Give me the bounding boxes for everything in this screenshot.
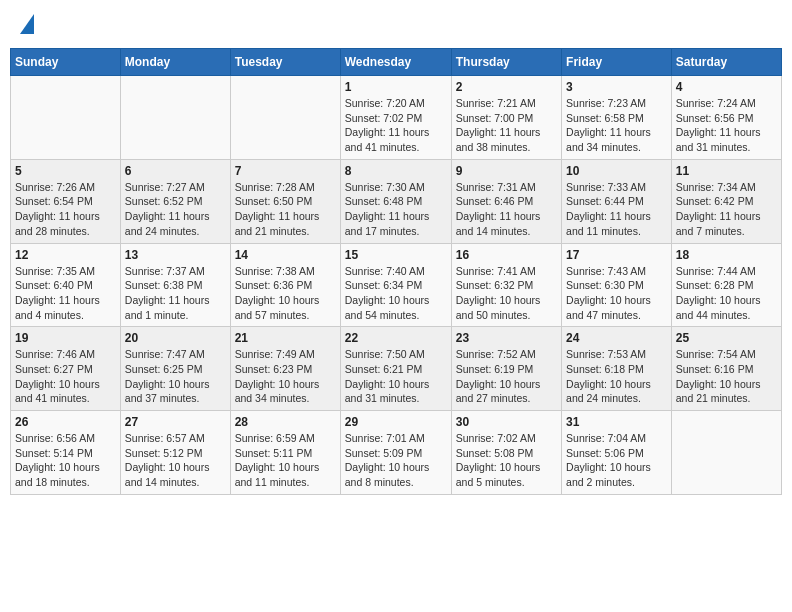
calendar-cell: 28Sunrise: 6:59 AM Sunset: 5:11 PM Dayli… — [230, 411, 340, 495]
day-info: Sunrise: 7:31 AM Sunset: 6:46 PM Dayligh… — [456, 180, 557, 239]
calendar-cell — [120, 76, 230, 160]
logo-triangle-icon — [20, 14, 34, 34]
day-info: Sunrise: 7:20 AM Sunset: 7:02 PM Dayligh… — [345, 96, 447, 155]
day-info: Sunrise: 7:54 AM Sunset: 6:16 PM Dayligh… — [676, 347, 777, 406]
calendar-week-row: 19Sunrise: 7:46 AM Sunset: 6:27 PM Dayli… — [11, 327, 782, 411]
day-info: Sunrise: 7:38 AM Sunset: 6:36 PM Dayligh… — [235, 264, 336, 323]
day-number: 29 — [345, 415, 447, 429]
header-saturday: Saturday — [671, 49, 781, 76]
day-number: 18 — [676, 248, 777, 262]
day-info: Sunrise: 7:30 AM Sunset: 6:48 PM Dayligh… — [345, 180, 447, 239]
day-number: 10 — [566, 164, 667, 178]
header-monday: Monday — [120, 49, 230, 76]
calendar-cell: 11Sunrise: 7:34 AM Sunset: 6:42 PM Dayli… — [671, 159, 781, 243]
day-info: Sunrise: 7:33 AM Sunset: 6:44 PM Dayligh… — [566, 180, 667, 239]
day-number: 19 — [15, 331, 116, 345]
header-sunday: Sunday — [11, 49, 121, 76]
day-info: Sunrise: 7:46 AM Sunset: 6:27 PM Dayligh… — [15, 347, 116, 406]
day-info: Sunrise: 7:28 AM Sunset: 6:50 PM Dayligh… — [235, 180, 336, 239]
day-number: 22 — [345, 331, 447, 345]
day-number: 26 — [15, 415, 116, 429]
day-number: 25 — [676, 331, 777, 345]
day-number: 3 — [566, 80, 667, 94]
header-thursday: Thursday — [451, 49, 561, 76]
day-number: 17 — [566, 248, 667, 262]
day-info: Sunrise: 7:50 AM Sunset: 6:21 PM Dayligh… — [345, 347, 447, 406]
day-number: 13 — [125, 248, 226, 262]
day-number: 8 — [345, 164, 447, 178]
calendar-cell: 5Sunrise: 7:26 AM Sunset: 6:54 PM Daylig… — [11, 159, 121, 243]
day-info: Sunrise: 7:52 AM Sunset: 6:19 PM Dayligh… — [456, 347, 557, 406]
day-info: Sunrise: 7:49 AM Sunset: 6:23 PM Dayligh… — [235, 347, 336, 406]
calendar-week-row: 5Sunrise: 7:26 AM Sunset: 6:54 PM Daylig… — [11, 159, 782, 243]
day-info: Sunrise: 7:41 AM Sunset: 6:32 PM Dayligh… — [456, 264, 557, 323]
calendar-cell: 24Sunrise: 7:53 AM Sunset: 6:18 PM Dayli… — [562, 327, 672, 411]
calendar-cell: 8Sunrise: 7:30 AM Sunset: 6:48 PM Daylig… — [340, 159, 451, 243]
calendar-cell: 7Sunrise: 7:28 AM Sunset: 6:50 PM Daylig… — [230, 159, 340, 243]
page-header — [10, 10, 782, 40]
calendar-cell: 23Sunrise: 7:52 AM Sunset: 6:19 PM Dayli… — [451, 327, 561, 411]
calendar-cell: 18Sunrise: 7:44 AM Sunset: 6:28 PM Dayli… — [671, 243, 781, 327]
calendar-cell: 31Sunrise: 7:04 AM Sunset: 5:06 PM Dayli… — [562, 411, 672, 495]
day-info: Sunrise: 7:44 AM Sunset: 6:28 PM Dayligh… — [676, 264, 777, 323]
calendar-week-row: 26Sunrise: 6:56 AM Sunset: 5:14 PM Dayli… — [11, 411, 782, 495]
day-number: 11 — [676, 164, 777, 178]
day-number: 6 — [125, 164, 226, 178]
calendar-header-row: SundayMondayTuesdayWednesdayThursdayFrid… — [11, 49, 782, 76]
calendar-cell: 9Sunrise: 7:31 AM Sunset: 6:46 PM Daylig… — [451, 159, 561, 243]
day-info: Sunrise: 7:26 AM Sunset: 6:54 PM Dayligh… — [15, 180, 116, 239]
day-info: Sunrise: 6:56 AM Sunset: 5:14 PM Dayligh… — [15, 431, 116, 490]
calendar-cell: 20Sunrise: 7:47 AM Sunset: 6:25 PM Dayli… — [120, 327, 230, 411]
calendar-table: SundayMondayTuesdayWednesdayThursdayFrid… — [10, 48, 782, 495]
day-number: 2 — [456, 80, 557, 94]
calendar-cell: 16Sunrise: 7:41 AM Sunset: 6:32 PM Dayli… — [451, 243, 561, 327]
day-info: Sunrise: 7:34 AM Sunset: 6:42 PM Dayligh… — [676, 180, 777, 239]
day-info: Sunrise: 7:27 AM Sunset: 6:52 PM Dayligh… — [125, 180, 226, 239]
day-info: Sunrise: 7:43 AM Sunset: 6:30 PM Dayligh… — [566, 264, 667, 323]
day-info: Sunrise: 7:35 AM Sunset: 6:40 PM Dayligh… — [15, 264, 116, 323]
day-info: Sunrise: 7:53 AM Sunset: 6:18 PM Dayligh… — [566, 347, 667, 406]
day-number: 15 — [345, 248, 447, 262]
header-wednesday: Wednesday — [340, 49, 451, 76]
calendar-cell: 25Sunrise: 7:54 AM Sunset: 6:16 PM Dayli… — [671, 327, 781, 411]
day-number: 12 — [15, 248, 116, 262]
day-info: Sunrise: 7:21 AM Sunset: 7:00 PM Dayligh… — [456, 96, 557, 155]
day-number: 27 — [125, 415, 226, 429]
calendar-week-row: 1Sunrise: 7:20 AM Sunset: 7:02 PM Daylig… — [11, 76, 782, 160]
day-number: 14 — [235, 248, 336, 262]
calendar-cell: 4Sunrise: 7:24 AM Sunset: 6:56 PM Daylig… — [671, 76, 781, 160]
header-friday: Friday — [562, 49, 672, 76]
calendar-cell: 17Sunrise: 7:43 AM Sunset: 6:30 PM Dayli… — [562, 243, 672, 327]
calendar-cell: 22Sunrise: 7:50 AM Sunset: 6:21 PM Dayli… — [340, 327, 451, 411]
calendar-cell: 26Sunrise: 6:56 AM Sunset: 5:14 PM Dayli… — [11, 411, 121, 495]
calendar-cell: 6Sunrise: 7:27 AM Sunset: 6:52 PM Daylig… — [120, 159, 230, 243]
day-info: Sunrise: 7:24 AM Sunset: 6:56 PM Dayligh… — [676, 96, 777, 155]
day-info: Sunrise: 7:02 AM Sunset: 5:08 PM Dayligh… — [456, 431, 557, 490]
day-number: 1 — [345, 80, 447, 94]
calendar-cell — [230, 76, 340, 160]
calendar-cell: 15Sunrise: 7:40 AM Sunset: 6:34 PM Dayli… — [340, 243, 451, 327]
calendar-cell: 1Sunrise: 7:20 AM Sunset: 7:02 PM Daylig… — [340, 76, 451, 160]
calendar-cell: 13Sunrise: 7:37 AM Sunset: 6:38 PM Dayli… — [120, 243, 230, 327]
day-number: 5 — [15, 164, 116, 178]
day-info: Sunrise: 7:47 AM Sunset: 6:25 PM Dayligh… — [125, 347, 226, 406]
day-info: Sunrise: 6:59 AM Sunset: 5:11 PM Dayligh… — [235, 431, 336, 490]
calendar-cell: 19Sunrise: 7:46 AM Sunset: 6:27 PM Dayli… — [11, 327, 121, 411]
day-info: Sunrise: 7:04 AM Sunset: 5:06 PM Dayligh… — [566, 431, 667, 490]
day-number: 30 — [456, 415, 557, 429]
day-number: 20 — [125, 331, 226, 345]
day-info: Sunrise: 7:23 AM Sunset: 6:58 PM Dayligh… — [566, 96, 667, 155]
day-number: 16 — [456, 248, 557, 262]
calendar-cell: 27Sunrise: 6:57 AM Sunset: 5:12 PM Dayli… — [120, 411, 230, 495]
day-number: 31 — [566, 415, 667, 429]
calendar-cell: 10Sunrise: 7:33 AM Sunset: 6:44 PM Dayli… — [562, 159, 672, 243]
calendar-cell: 2Sunrise: 7:21 AM Sunset: 7:00 PM Daylig… — [451, 76, 561, 160]
day-number: 28 — [235, 415, 336, 429]
header-tuesday: Tuesday — [230, 49, 340, 76]
day-number: 24 — [566, 331, 667, 345]
calendar-cell: 30Sunrise: 7:02 AM Sunset: 5:08 PM Dayli… — [451, 411, 561, 495]
day-info: Sunrise: 7:01 AM Sunset: 5:09 PM Dayligh… — [345, 431, 447, 490]
day-info: Sunrise: 7:37 AM Sunset: 6:38 PM Dayligh… — [125, 264, 226, 323]
calendar-cell: 29Sunrise: 7:01 AM Sunset: 5:09 PM Dayli… — [340, 411, 451, 495]
calendar-cell: 21Sunrise: 7:49 AM Sunset: 6:23 PM Dayli… — [230, 327, 340, 411]
